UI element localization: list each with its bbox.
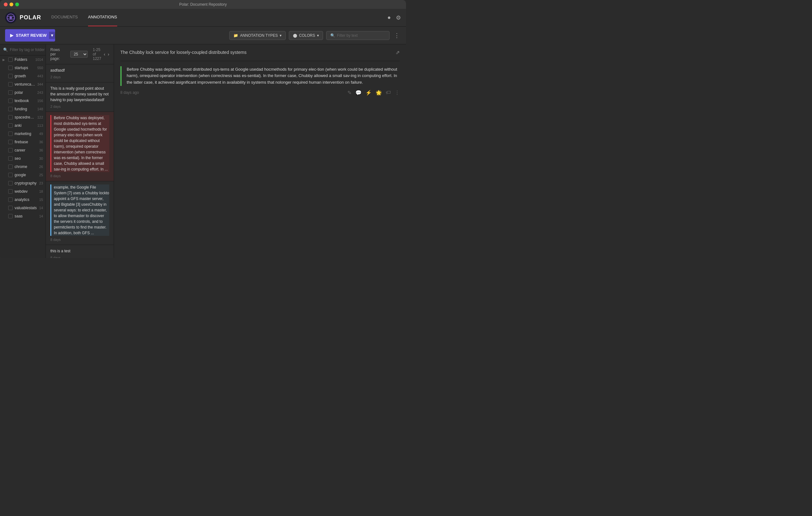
item-count: 36 bbox=[39, 148, 43, 152]
item-count: 148 bbox=[37, 107, 43, 111]
pagination-info: 1-25 of 1227 ‹ › bbox=[93, 48, 109, 61]
sidebar-item-textbook[interactable]: textbook 156 bbox=[0, 97, 46, 105]
annotation-date: 8 days bbox=[50, 174, 109, 178]
account-icon[interactable]: ● bbox=[387, 14, 391, 21]
sidebar-item-google[interactable]: google 25 bbox=[0, 171, 46, 179]
annotation-item[interactable]: this is a test 8 days bbox=[46, 245, 114, 258]
sidebar-item-webdev[interactable]: webdev 18 bbox=[0, 187, 46, 195]
sidebar-item-funding[interactable]: funding 148 bbox=[0, 105, 46, 113]
sidebar-item-folders[interactable]: ▶ Folders 1014 bbox=[0, 55, 46, 64]
sidebar-item-analytics[interactable]: analytics 15 bbox=[0, 195, 46, 204]
nav-tab-annotations[interactable]: ANNOTATIONS bbox=[88, 15, 117, 21]
annotation-date: 8 days bbox=[50, 256, 109, 258]
item-label: funding bbox=[14, 107, 35, 111]
item-label: marketing bbox=[14, 132, 37, 136]
settings-icon[interactable]: ⚙ bbox=[396, 14, 401, 21]
rows-per-page-label: Rows per page: bbox=[50, 48, 65, 61]
item-label: polar bbox=[14, 90, 35, 95]
sidebar-search-input[interactable] bbox=[10, 48, 46, 52]
sidebar-item-spacedrepetition[interactable]: spacedrepetition 122 bbox=[0, 113, 46, 121]
item-checkbox[interactable] bbox=[8, 156, 13, 161]
item-label: webdev bbox=[14, 189, 37, 194]
item-label: seo bbox=[14, 156, 37, 161]
annotation-text: example, the Google File System [7] uses… bbox=[50, 185, 109, 236]
sidebar-item-career[interactable]: career 36 bbox=[0, 146, 46, 154]
item-checkbox[interactable] bbox=[8, 189, 13, 194]
color-icon[interactable]: 🌟 bbox=[376, 90, 382, 96]
start-review-button[interactable]: ▶ START REVIEW ▾ bbox=[5, 29, 55, 42]
edit-icon[interactable]: ✎ bbox=[347, 90, 351, 96]
start-review-dropdown-arrow[interactable]: ▾ bbox=[49, 32, 55, 39]
annotation-types-button[interactable]: 📁 ANNOTATION TYPES ▾ bbox=[229, 31, 286, 40]
item-checkbox[interactable] bbox=[8, 82, 13, 86]
filter-text-input[interactable] bbox=[337, 33, 384, 38]
comment-icon[interactable]: 💬 bbox=[355, 90, 362, 96]
item-checkbox[interactable] bbox=[8, 57, 13, 62]
annotation-types-label: ANNOTATION TYPES bbox=[240, 33, 278, 38]
item-checkbox[interactable] bbox=[8, 197, 13, 202]
sidebar-item-chrome[interactable]: chrome 26 bbox=[0, 163, 46, 171]
sidebar-item-polar[interactable]: polar 243 bbox=[0, 88, 46, 97]
detail-panel: The Chubby lock service for loosely-coup… bbox=[114, 44, 406, 258]
item-checkbox[interactable] bbox=[8, 214, 13, 218]
next-page-button[interactable]: › bbox=[108, 52, 109, 57]
detail-doc-title: The Chubby lock service for loosely-coup… bbox=[120, 50, 392, 56]
more-icon[interactable]: ⋮ bbox=[395, 90, 400, 96]
sidebar-item-anki[interactable]: anki 113 bbox=[0, 121, 46, 130]
annotations-items-list: asdfasdf 2 days This is a really good po… bbox=[46, 64, 114, 258]
sidebar-item-venturecapital[interactable]: venturecapital 344 bbox=[0, 80, 46, 88]
sidebar-item-firebase[interactable]: firebase 36 bbox=[0, 138, 46, 146]
annotation-item[interactable]: example, the Google File System [7] uses… bbox=[46, 181, 114, 245]
item-count: 156 bbox=[37, 99, 43, 103]
item-checkbox[interactable] bbox=[8, 164, 13, 169]
item-count: 243 bbox=[37, 91, 43, 94]
item-count: 344 bbox=[37, 82, 43, 86]
item-label: valuablestats bbox=[14, 206, 37, 210]
tag-icon[interactable]: 🏷 bbox=[386, 90, 391, 96]
annotation-text: This is a really good point about the am… bbox=[50, 86, 109, 103]
open-document-button[interactable]: ⇗ bbox=[396, 50, 400, 55]
item-label: google bbox=[14, 173, 37, 177]
annotation-text: Before Chubby was deployed, most distrib… bbox=[50, 115, 109, 172]
sidebar: 🔍 + ▶ Folders 1014 startups 550 growth 4… bbox=[0, 44, 46, 258]
sidebar-item-valuablestats[interactable]: valuablestats 14 bbox=[0, 204, 46, 212]
more-options-button[interactable]: ⋮ bbox=[393, 31, 401, 40]
close-btn[interactable] bbox=[4, 3, 8, 6]
item-checkbox[interactable] bbox=[8, 132, 13, 136]
rows-per-page-select[interactable]: 25 50 100 bbox=[70, 51, 88, 58]
item-label: growth bbox=[14, 74, 35, 78]
sidebar-item-seo[interactable]: seo 30 bbox=[0, 154, 46, 163]
item-checkbox[interactable] bbox=[8, 123, 13, 128]
colors-button[interactable]: ⬤ COLORS ▾ bbox=[289, 31, 323, 40]
item-checkbox[interactable] bbox=[8, 74, 13, 78]
item-checkbox[interactable] bbox=[8, 65, 13, 70]
prev-page-button[interactable]: ‹ bbox=[104, 52, 106, 57]
sidebar-item-growth[interactable]: growth 443 bbox=[0, 72, 46, 80]
app-header: POLAR DOCUMENTS ANNOTATIONS ● ⚙ bbox=[0, 9, 406, 27]
annotation-item[interactable]: asdfasdf 2 days bbox=[46, 64, 114, 82]
flash-icon[interactable]: ⚡ bbox=[366, 90, 372, 96]
annotation-item[interactable]: This is a really good point about the am… bbox=[46, 82, 114, 112]
maximize-btn[interactable] bbox=[15, 3, 19, 6]
annotation-item[interactable]: Before Chubby was deployed, most distrib… bbox=[46, 112, 114, 181]
sidebar-item-startups[interactable]: startups 550 bbox=[0, 64, 46, 72]
nav-tab-documents[interactable]: DOCUMENTS bbox=[51, 15, 78, 21]
item-checkbox[interactable] bbox=[8, 206, 13, 210]
item-checkbox[interactable] bbox=[8, 99, 13, 103]
sidebar-item-marketing[interactable]: marketing 49 bbox=[0, 130, 46, 138]
item-checkbox[interactable] bbox=[8, 173, 13, 177]
sidebar-item-saas[interactable]: saas 14 bbox=[0, 212, 46, 220]
annotation-text: asdfasdf bbox=[50, 67, 109, 73]
item-checkbox[interactable] bbox=[8, 140, 13, 144]
item-checkbox[interactable] bbox=[8, 181, 13, 185]
item-checkbox[interactable] bbox=[8, 115, 13, 119]
item-checkbox[interactable] bbox=[8, 148, 13, 153]
minimize-btn[interactable] bbox=[9, 3, 13, 6]
item-label: Folders bbox=[14, 57, 34, 62]
pagination-text: 1-25 of 1227 bbox=[93, 48, 102, 61]
sidebar-item-cryptography[interactable]: cryptography 23 bbox=[0, 179, 46, 187]
start-review-label: START REVIEW bbox=[16, 33, 47, 38]
item-checkbox[interactable] bbox=[8, 107, 13, 111]
item-checkbox[interactable] bbox=[8, 90, 13, 95]
toolbar-right-actions: 📁 ANNOTATION TYPES ▾ ⬤ COLORS ▾ 🔍 ⋮ bbox=[229, 31, 401, 40]
